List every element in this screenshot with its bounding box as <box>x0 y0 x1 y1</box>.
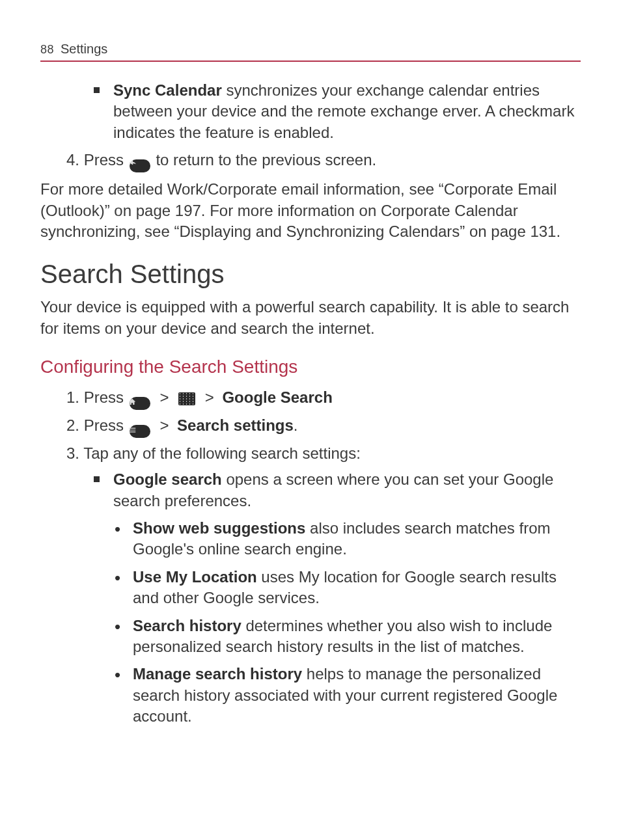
step1-text: Press <box>84 388 128 406</box>
sub-option-3-label: Manage search history <box>133 665 302 683</box>
sub-option-1: Use My Location uses My location for Goo… <box>40 567 581 609</box>
step4-prefix: 4. Press <box>66 151 128 169</box>
separator-gt: > <box>159 416 169 434</box>
section-intro: Your device is equipped with a powerful … <box>40 297 581 339</box>
step-1: 1. Press > > Google Search <box>40 387 581 410</box>
step2-target: Search settings <box>177 416 294 434</box>
page-header: 88 Settings <box>40 40 581 62</box>
section-title: Search Settings <box>40 256 581 291</box>
menu-icon <box>130 425 150 438</box>
sub-option-1-label: Use My Location <box>133 568 257 586</box>
home-icon <box>130 397 150 410</box>
step4-suffix: to return to the previous screen. <box>156 151 376 169</box>
separator-gt: > <box>159 388 169 406</box>
google-search-item: Google search opens a screen where you c… <box>40 469 581 511</box>
sync-calendar-item-list: Sync Calendar synchronizes your exchange… <box>40 80 581 143</box>
separator-gt: > <box>205 388 214 406</box>
apps-grid-icon <box>178 392 195 405</box>
sub-option-3: Manage search history helps to manage th… <box>40 664 581 727</box>
sub-option-2-label: Search history <box>133 617 242 634</box>
page-number: 88 <box>40 42 54 57</box>
sub-options-list: Show web suggestions also includes searc… <box>40 518 581 727</box>
step2-text: Press <box>84 416 128 434</box>
back-icon <box>130 159 150 172</box>
manual-page: 88 Settings Sync Calendar synchronizes y… <box>0 0 621 773</box>
step3-text: Tap any of the following search settings… <box>83 444 361 462</box>
google-search-label: Google search <box>113 470 222 488</box>
step-2: 2. Press > Search settings. <box>40 415 581 438</box>
sync-calendar-label: Sync Calendar <box>113 81 222 99</box>
sub-option-0: Show web suggestions also includes searc… <box>40 518 581 560</box>
sync-calendar-item: Sync Calendar synchronizes your exchange… <box>40 80 581 143</box>
steps-list: 1. Press > > Google Search 2. Press > Se… <box>40 387 581 464</box>
subheading: Configuring the Search Settings <box>40 355 581 379</box>
sub-option-2: Search history determines whether you al… <box>40 616 581 658</box>
step-4: 4. Press to return to the previous scree… <box>40 150 581 172</box>
header-section: Settings <box>61 40 107 58</box>
followup-paragraph: For more detailed Work/Corporate email i… <box>40 179 581 242</box>
google-search-item-list: Google search opens a screen where you c… <box>40 469 581 511</box>
step-3: 3. Tap any of the following search setti… <box>40 443 581 464</box>
step1-target: Google Search <box>222 388 332 406</box>
sub-option-0-label: Show web suggestions <box>133 519 305 537</box>
